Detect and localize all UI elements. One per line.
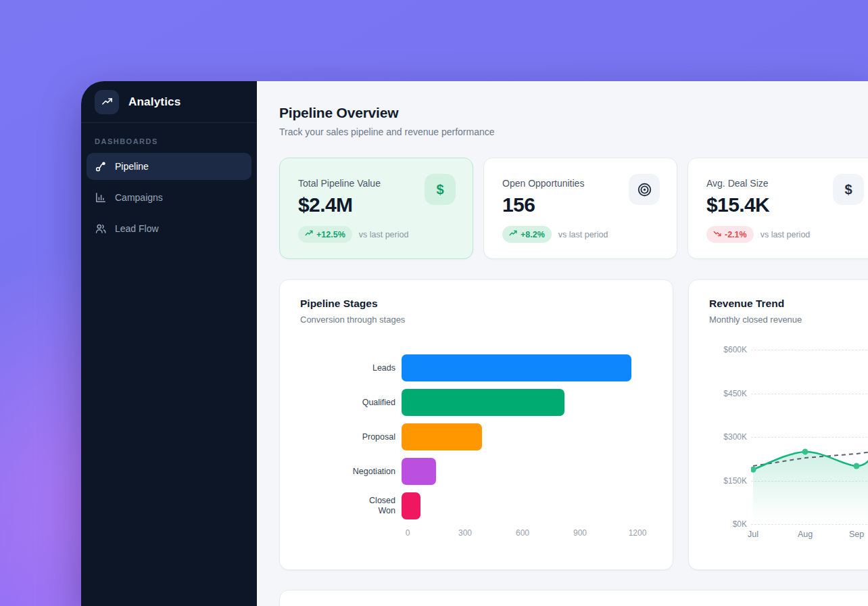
trending-up-icon <box>95 90 119 114</box>
users-icon <box>95 223 107 235</box>
y-axis-tick: $150K <box>709 476 747 486</box>
line-chart-svg <box>751 350 868 524</box>
bar-chart-icon <box>95 191 107 204</box>
x-axis-tick: Aug <box>798 530 813 539</box>
stat-suffix: vs last period <box>359 230 409 239</box>
page-subtitle: Track your sales pipeline and revenue pe… <box>279 126 868 137</box>
sidebar-header: Analytics <box>81 81 257 123</box>
stat-card-total-pipeline-value: Total Pipeline Value $2.4M +12.5% vs las… <box>279 158 473 259</box>
app-title: Analytics <box>128 95 180 109</box>
dollar-icon: $ <box>425 174 456 205</box>
bottom-card <box>279 590 868 606</box>
stat-card-open-opportunities: Open Opportunities 156 +8.2% vs last per… <box>483 158 677 259</box>
main-area: Pipeline Overview Track your sales pipel… <box>257 81 868 606</box>
bar-label: Qualified <box>300 398 402 408</box>
bar-chart: LeadsQualifiedProposalNegotiationClosed … <box>300 354 652 519</box>
line-chart: $600K$450K$300K$150K$0K JulAugSep <box>709 350 861 542</box>
trend-up-icon <box>509 229 517 239</box>
x-axis-tick: Jul <box>748 530 758 539</box>
chart-title: Pipeline Stages <box>300 298 652 310</box>
gridline <box>751 524 868 525</box>
x-axis-tick: 600 <box>516 528 529 538</box>
trend-down-icon <box>713 229 721 239</box>
sidebar-item-lead-flow[interactable]: Lead Flow <box>87 215 251 242</box>
y-axis-tick: $600K <box>709 345 747 354</box>
target-icon <box>629 174 660 205</box>
waypoints-icon <box>95 160 107 172</box>
change-badge: +8.2% <box>502 226 552 243</box>
app-window: Analytics DASHBOARDS Pipeline Campaigns … <box>81 81 868 606</box>
stat-suffix: vs last period <box>761 230 811 239</box>
chart-title: Revenue Trend <box>709 298 861 310</box>
revenue-trend-card: Revenue Trend Monthly closed revenue $60… <box>688 279 868 570</box>
change-badge: +12.5% <box>298 226 352 243</box>
y-axis-tick: $300K <box>709 432 747 442</box>
sidebar-item-pipeline[interactable]: Pipeline <box>87 153 251 180</box>
bar-qualified <box>402 389 564 416</box>
page-title: Pipeline Overview <box>279 105 868 121</box>
line-chart-x-axis: JulAugSep <box>751 530 861 542</box>
chart-subtitle: Conversion through stages <box>300 314 652 325</box>
bar-negotiation <box>402 458 436 485</box>
bar-proposal <box>402 423 482 450</box>
y-axis-tick: $450K <box>709 389 747 398</box>
bar-label: Proposal <box>300 432 402 442</box>
x-axis-tick: 300 <box>458 528 472 538</box>
bar-row-proposal: Proposal <box>300 423 652 450</box>
chart-subtitle: Monthly closed revenue <box>709 314 861 325</box>
bar-leads <box>402 354 631 381</box>
pipeline-stages-card: Pipeline Stages Conversion through stage… <box>279 279 673 570</box>
bar-row-qualified: Qualified <box>300 389 652 416</box>
sidebar-item-campaigns[interactable]: Campaigns <box>87 184 251 211</box>
y-axis-tick: $0K <box>709 519 747 529</box>
line-chart-plot: $600K$450K$300K$150K$0K <box>751 350 861 524</box>
sidebar-nav: Pipeline Campaigns Lead Flow <box>81 153 257 246</box>
bar-label: Closed Won <box>300 496 402 516</box>
sidebar-section-label: DASHBOARDS <box>81 123 257 153</box>
data-point-sep <box>854 463 860 469</box>
bar-label: Leads <box>300 363 402 373</box>
bar-label: Negotiation <box>300 467 402 477</box>
trend-up-icon <box>305 229 313 239</box>
bar-closed-won <box>402 492 420 519</box>
bar-row-negotiation: Negotiation <box>300 458 652 485</box>
bar-row-closed-won: Closed Won <box>300 492 652 519</box>
x-axis-tick: Sep <box>849 530 864 539</box>
x-axis-tick: 0 <box>406 528 410 538</box>
change-badge: -2.1% <box>706 226 754 243</box>
dollar-icon: $ <box>833 174 864 205</box>
stat-suffix: vs last period <box>558 230 608 239</box>
data-point-aug <box>802 448 809 454</box>
stat-card-avg-deal-size: Avg. Deal Size $15.4K -2.1% vs last peri… <box>688 158 868 259</box>
bar-chart-x-axis: 03006009001200 <box>408 528 637 539</box>
stats-row: Total Pipeline Value $2.4M +12.5% vs las… <box>279 158 868 259</box>
bar-row-leads: Leads <box>300 354 652 381</box>
x-axis-tick: 1200 <box>629 528 647 538</box>
charts-row: Pipeline Stages Conversion through stage… <box>279 279 868 570</box>
x-axis-tick: 900 <box>573 528 587 538</box>
sidebar: Analytics DASHBOARDS Pipeline Campaigns … <box>81 81 257 606</box>
